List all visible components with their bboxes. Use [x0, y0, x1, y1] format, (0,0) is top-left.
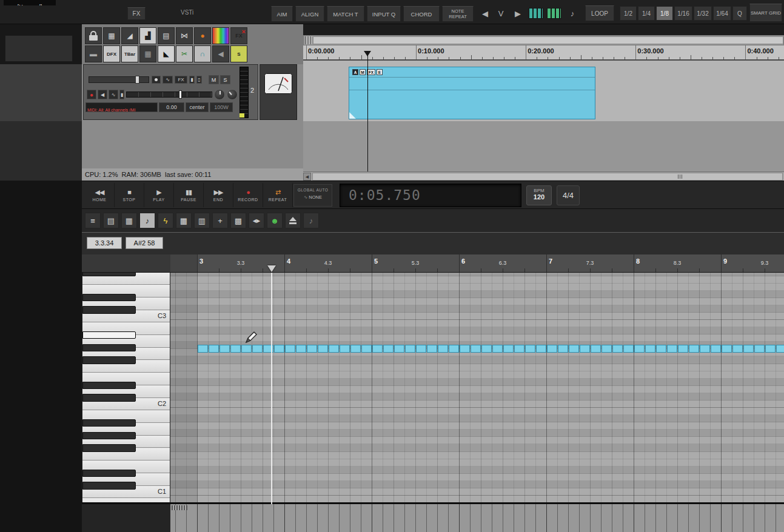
- bpm-box[interactable]: BPM 120: [526, 185, 552, 205]
- midi-note[interactable]: [307, 345, 317, 353]
- midi-note[interactable]: [340, 345, 350, 353]
- item-badge-m[interactable]: M: [360, 69, 366, 75]
- midi-note[interactable]: [296, 345, 306, 353]
- transport-repeat-button[interactable]: ⇄REPEAT: [263, 183, 293, 207]
- midi-note[interactable]: [591, 345, 601, 353]
- midi-note[interactable]: [198, 345, 208, 353]
- scrollbar-thumb[interactable]: [312, 173, 783, 181]
- position-display[interactable]: 3.3.34: [87, 237, 122, 249]
- pen-corner-icon[interactable]: ◣: [158, 45, 175, 62]
- item-badge-fx[interactable]: FX: [367, 69, 375, 75]
- trim-fader[interactable]: [89, 76, 149, 83]
- volume-value[interactable]: 0.00: [159, 102, 184, 112]
- midi-note[interactable]: [634, 345, 645, 353]
- midi-note[interactable]: [743, 345, 754, 353]
- midi-note[interactable]: [481, 345, 492, 353]
- midi-note[interactable]: [241, 345, 252, 353]
- grid-off-icon[interactable]: ▦: [139, 45, 156, 62]
- item-fold-corner[interactable]: [349, 112, 356, 119]
- node-edit-icon[interactable]: +: [212, 213, 228, 228]
- midi-note[interactable]: [361, 345, 372, 353]
- midi-note[interactable]: [383, 345, 394, 353]
- folder-icon[interactable]: ▬: [85, 45, 102, 62]
- midi-note[interactable]: [689, 345, 699, 353]
- arrange-scrollbar-bottom[interactable]: ◀: [303, 171, 784, 181]
- track-env-icon[interactable]: ∿: [109, 90, 118, 99]
- grid-division-1-4[interactable]: 1/4: [638, 6, 655, 21]
- transport-stop-button[interactable]: ■STOP: [115, 183, 144, 207]
- glue-icon[interactable]: ∩: [194, 45, 211, 62]
- dfx-button[interactable]: DFX: [103, 45, 120, 62]
- midi-note[interactable]: [372, 345, 383, 353]
- track-fx-button[interactable]: FX: [175, 76, 187, 84]
- midi-note[interactable]: [569, 345, 579, 353]
- envelope-button[interactable]: ∿: [162, 76, 173, 84]
- time-signature-box[interactable]: 4/4: [557, 185, 580, 205]
- fx-button[interactable]: FX: [127, 7, 146, 20]
- toolbar-button-chord[interactable]: CHORD: [403, 6, 440, 22]
- lock-icon[interactable]: [85, 27, 102, 44]
- grid-division-1-8[interactable]: 1/8: [656, 6, 673, 21]
- midi-note[interactable]: [612, 345, 623, 353]
- grid-division-q[interactable]: Q: [732, 6, 747, 21]
- grid-division-1-16[interactable]: 1/16: [674, 6, 692, 21]
- view-named-notes-icon[interactable]: ▤: [103, 213, 119, 228]
- monitor-button[interactable]: [152, 76, 161, 84]
- midi-note[interactable]: [405, 345, 415, 353]
- solo-icon-button[interactable]: S: [230, 45, 247, 62]
- midi-note[interactable]: [667, 345, 677, 353]
- arrange-scrollbar-top[interactable]: [303, 35, 784, 45]
- item-badge-a[interactable]: A: [352, 69, 358, 75]
- pan-knob[interactable]: [214, 89, 225, 100]
- midi-note[interactable]: [471, 345, 481, 353]
- project-tab[interactable]: [Unsaved]: [4, 0, 56, 5]
- transport-end-button[interactable]: ▶▶END: [204, 183, 233, 207]
- note-display[interactable]: A#2 58: [126, 237, 163, 249]
- fade-tool-icon[interactable]: ◢: [121, 27, 138, 44]
- midi-note[interactable]: [525, 345, 535, 353]
- midi-note[interactable]: [209, 345, 219, 353]
- width-value[interactable]: 100W: [210, 102, 233, 112]
- piano-key-black[interactable]: [82, 394, 136, 401]
- clef-icon[interactable]: ♪: [139, 213, 155, 228]
- piano-key-black[interactable]: [82, 419, 136, 427]
- volume-fader-handle[interactable]: [179, 90, 182, 99]
- pan-value[interactable]: center: [186, 102, 209, 112]
- step-input-icon[interactable]: [529, 8, 543, 19]
- toolbar-button-input-q[interactable]: INPUT Q: [367, 6, 401, 22]
- record-mode-icon[interactable]: ●: [194, 27, 211, 44]
- view-event-list-icon[interactable]: ▦: [121, 213, 137, 228]
- scissors-icon[interactable]: ✂: [176, 45, 193, 62]
- piano-key-black[interactable]: [82, 470, 136, 477]
- midi-note[interactable]: [547, 345, 557, 353]
- quantize-grid-icon[interactable]: ▤: [158, 27, 175, 44]
- midi-note[interactable]: [503, 345, 514, 353]
- midi-note[interactable]: [580, 345, 590, 353]
- midi-note[interactable]: [645, 345, 655, 353]
- midi-note[interactable]: [776, 345, 784, 353]
- midi-note[interactable]: [252, 345, 263, 353]
- view-piano-roll-icon[interactable]: ≡: [85, 213, 101, 228]
- grid-division-1-2[interactable]: 1/2: [620, 6, 637, 21]
- midi-note[interactable]: [318, 345, 328, 353]
- transport-play-button[interactable]: ▶PLAY: [144, 183, 174, 207]
- scroll-left-button[interactable]: ◀: [303, 173, 311, 181]
- piano-key-black[interactable]: [82, 356, 136, 364]
- edit-cursor-marker[interactable]: [267, 265, 276, 272]
- midi-note[interactable]: [536, 345, 546, 353]
- step-record-icon[interactable]: [547, 8, 561, 19]
- mirror-icon[interactable]: ◀▶: [249, 213, 264, 228]
- midi-note[interactable]: [601, 345, 612, 353]
- speaker-icon[interactable]: ◀: [98, 90, 107, 99]
- piano-roll-grid[interactable]: [170, 273, 784, 504]
- scrollbar-thumb[interactable]: [313, 36, 783, 44]
- vsti-button[interactable]: VSTi: [181, 9, 193, 16]
- metronome-tool-icon[interactable]: ▟: [139, 27, 156, 44]
- swing-note-icon[interactable]: ♪: [303, 213, 319, 228]
- transport-pause-button[interactable]: ▮▮PAUSE: [174, 183, 204, 207]
- loop-button[interactable]: LOOP: [585, 5, 614, 21]
- item-badge-e[interactable]: E: [377, 69, 383, 75]
- note-insert-icon[interactable]: ♪: [565, 7, 580, 20]
- midi-note[interactable]: [394, 345, 404, 353]
- piano-keyboard[interactable]: C3C2C1: [82, 273, 170, 504]
